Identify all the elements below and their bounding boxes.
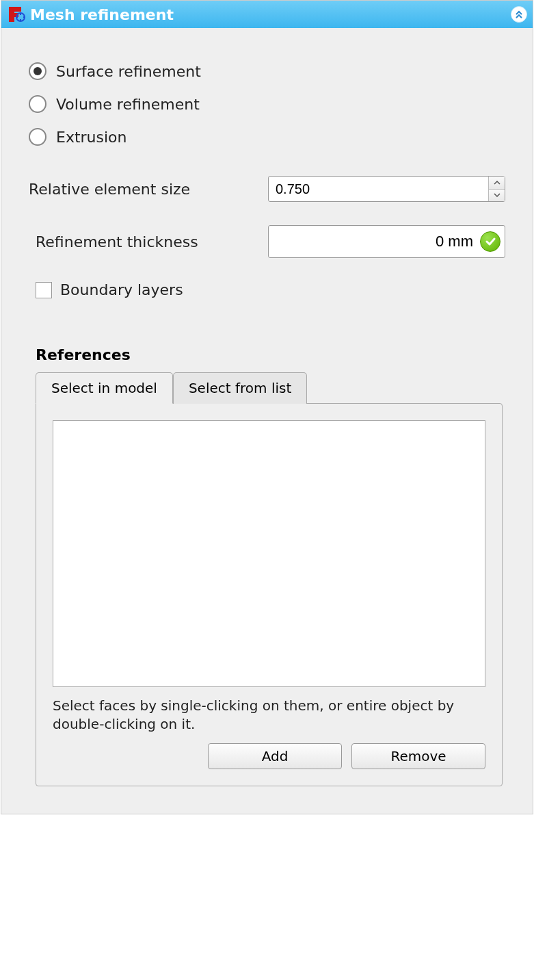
remove-button[interactable]: Remove bbox=[351, 743, 485, 769]
boundary-layers-checkbox[interactable] bbox=[36, 282, 52, 298]
radio-indicator bbox=[29, 95, 46, 113]
spinner-buttons bbox=[488, 177, 505, 201]
collapse-button[interactable] bbox=[511, 6, 527, 23]
refinement-thickness-row: Refinement thickness bbox=[29, 225, 505, 258]
refinement-thickness-input[interactable] bbox=[269, 233, 480, 250]
tab-select-in-model[interactable]: Select in model bbox=[36, 372, 173, 404]
button-label: Remove bbox=[390, 748, 446, 764]
svg-rect-7 bbox=[23, 16, 25, 18]
relative-element-size-spinner bbox=[268, 176, 505, 202]
chevron-up-icon bbox=[494, 181, 500, 185]
boundary-layers-label: Boundary layers bbox=[60, 281, 183, 298]
panel-content: Surface refinement Volume refinement Ext… bbox=[1, 28, 533, 814]
references-tabs-container: Select in model Select from list Select … bbox=[36, 372, 503, 786]
spin-up-button[interactable] bbox=[489, 177, 505, 190]
radio-volume-refinement[interactable]: Volume refinement bbox=[29, 95, 505, 113]
selection-listbox[interactable] bbox=[53, 420, 485, 687]
tab-select-from-list[interactable]: Select from list bbox=[173, 372, 307, 404]
svg-rect-4 bbox=[20, 13, 21, 15]
button-row: Add Remove bbox=[53, 743, 485, 769]
tab-body: Select faces by single-clicking on them,… bbox=[36, 403, 503, 786]
check-ok-icon bbox=[480, 231, 500, 252]
boundary-layers-row: Boundary layers bbox=[36, 281, 505, 298]
radio-extrusion[interactable]: Extrusion bbox=[29, 128, 505, 146]
svg-rect-5 bbox=[20, 19, 21, 21]
refinement-type-group: Surface refinement Volume refinement Ext… bbox=[29, 62, 505, 146]
tabs-header: Select in model Select from list bbox=[36, 372, 503, 403]
freecad-icon bbox=[7, 5, 26, 24]
panel-title: Mesh refinement bbox=[30, 6, 511, 23]
tab-label: Select in model bbox=[51, 380, 157, 396]
titlebar: Mesh refinement bbox=[1, 1, 533, 28]
mesh-refinement-panel: Mesh refinement Surface refinement Volum… bbox=[1, 0, 533, 814]
add-button[interactable]: Add bbox=[208, 743, 342, 769]
refinement-thickness-field bbox=[268, 225, 505, 258]
relative-element-size-label: Relative element size bbox=[29, 181, 268, 198]
selection-help-text: Select faces by single-clicking on them,… bbox=[53, 697, 485, 734]
radio-label: Volume refinement bbox=[56, 96, 200, 113]
radio-label: Extrusion bbox=[56, 129, 127, 146]
radio-surface-refinement[interactable]: Surface refinement bbox=[29, 62, 505, 80]
spin-down-button[interactable] bbox=[489, 190, 505, 202]
button-label: Add bbox=[262, 748, 289, 764]
radio-indicator bbox=[29, 62, 46, 80]
references-title: References bbox=[36, 346, 505, 363]
chevron-double-up-icon bbox=[514, 10, 524, 19]
relative-element-size-input[interactable] bbox=[269, 177, 488, 201]
svg-rect-6 bbox=[16, 16, 18, 18]
chevron-down-icon bbox=[494, 193, 500, 197]
svg-rect-1 bbox=[9, 7, 21, 12]
tab-label: Select from list bbox=[189, 380, 291, 396]
relative-element-size-row: Relative element size bbox=[29, 176, 505, 202]
radio-indicator bbox=[29, 128, 46, 146]
refinement-thickness-label: Refinement thickness bbox=[36, 233, 268, 250]
radio-label: Surface refinement bbox=[56, 63, 201, 80]
